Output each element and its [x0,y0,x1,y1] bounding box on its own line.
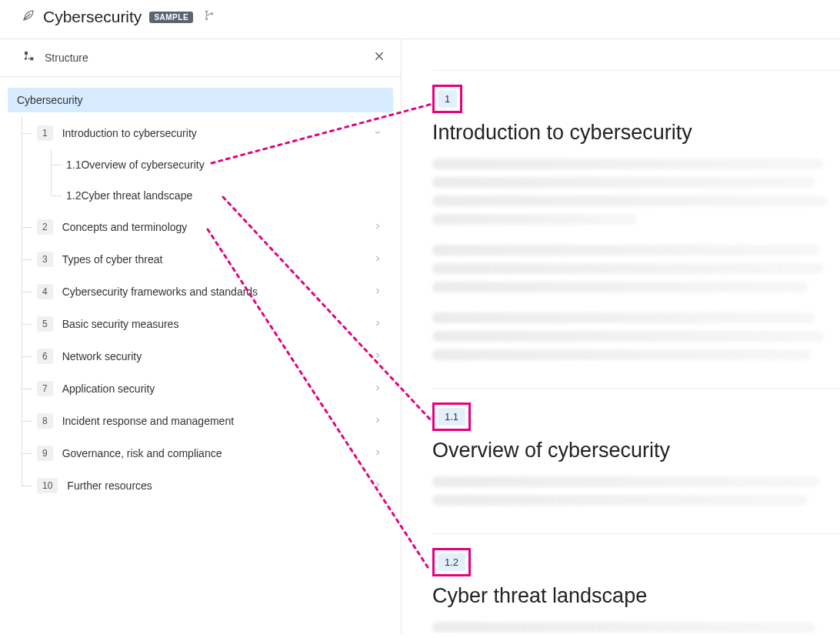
tree-item-num: 2 [37,219,53,235]
chevron-right-icon[interactable] [373,221,390,233]
tree-item-label: Incident response and management [62,415,373,427]
tree: Cybersecurity 1 Introduction to cybersec… [0,77,401,517]
close-icon[interactable] [373,50,385,65]
tree-item-num: 8 [37,413,53,429]
chevron-right-icon[interactable] [373,318,390,330]
tree-item-label: Introduction to cybersecurity [62,127,373,139]
section-1-1: 1.1 Overview of cybersecurity [432,403,840,506]
svg-rect-4 [25,52,28,55]
annotation-highlight: 1.1 [432,403,471,431]
annotation-highlight: 1.2 [432,548,471,576]
feather-icon [22,8,35,25]
tree-item-2[interactable]: 2 Concepts and terminology [22,211,393,243]
chevron-right-icon[interactable] [373,479,390,492]
tree-item-4[interactable]: 4 Cybersecurity frameworks and standards [22,276,393,308]
section-1: 1 Introduction to cybersecurity [432,85,840,360]
tree-item-5[interactable]: 5 Basic security measures [22,308,393,340]
tree-item-1[interactable]: 1 Introduction to cybersecurity [22,117,393,149]
tree-item-label: Governance, risk and compliance [62,447,373,459]
sample-badge: SAMPLE [149,12,193,23]
section-title: Cyber threat landscape [432,584,840,608]
chevron-right-icon[interactable] [373,415,390,427]
tree-item-label: Further resources [67,479,373,492]
tree-item-label: Concepts and terminology [62,221,373,233]
tree-item-label: Cybersecurity frameworks and standards [62,286,373,298]
sidebar-title: Structure [45,52,88,64]
tree-item-10[interactable]: 10 Further resources [22,469,393,502]
page-title: Cybersecurity [43,8,142,26]
tree-item-3[interactable]: 3 Types of cyber threat [22,243,393,276]
tree-item-num: 5 [37,316,53,332]
tree-item-label: Basic security measures [62,318,373,330]
section-title: Overview of cybersecurity [432,439,840,463]
chevron-right-icon[interactable] [373,286,390,298]
chevron-right-icon[interactable] [373,253,390,266]
tree-item-num: 6 [37,349,53,364]
svg-rect-5 [30,57,33,60]
section-1-2: 1.2 Cyber threat landscape [432,548,840,633]
tree-item-1-2[interactable]: 1.2 Cyber threat landscape [51,180,393,211]
chevron-right-icon[interactable] [373,350,390,362]
chevron-right-icon[interactable] [373,447,390,459]
tree-item-9[interactable]: 9 Governance, risk and compliance [22,437,393,469]
tree-item-1-1[interactable]: 1.1 Overview of cybersecurity [51,149,393,180]
tree-item-num: 4 [37,284,53,299]
sidebar-header: Structure [0,39,401,77]
section-title: Introduction to cybersecurity [432,121,840,145]
svg-point-2 [205,18,207,20]
tree-item-6[interactable]: 6 Network security [22,340,393,372]
branch-icon[interactable] [201,10,215,24]
svg-rect-6 [25,58,27,60]
structure-icon [23,50,35,65]
tree-root[interactable]: Cybersecurity [8,88,393,112]
tree-item-num: 7 [37,381,53,396]
tree-item-num: 9 [37,446,53,461]
structure-sidebar: Structure Cybersecurity 1 Introduction t… [0,39,402,633]
annotation-highlight: 1 [432,85,462,113]
document-content: 1 Introduction to cybersecurity [402,39,840,633]
tree-item-num: 1 [37,125,53,141]
chevron-right-icon[interactable] [373,382,390,395]
tree-item-num: 3 [37,252,53,267]
tree-item-label: Types of cyber threat [62,253,373,266]
chevron-down-icon[interactable] [373,127,390,139]
tree-item-8[interactable]: 8 Incident response and management [22,405,393,437]
tree-item-label: Cyber threat landscape [81,189,192,202]
tree-item-label: Application security [62,382,373,395]
svg-point-1 [205,11,207,12]
tree-item-label: Network security [62,350,373,362]
tree-item-num: 1.1 [66,159,81,171]
tree-item-7[interactable]: 7 Application security [22,372,393,405]
tree-item-num: 1.2 [66,189,81,202]
section-number: 1.1 [438,408,465,426]
section-number: 1 [438,90,457,108]
tree-item-num: 10 [37,478,58,493]
page-header: Cybersecurity SAMPLE [0,0,840,38]
section-number: 1.2 [438,553,465,571]
tree-item-label: Overview of cybersecurity [81,159,204,171]
